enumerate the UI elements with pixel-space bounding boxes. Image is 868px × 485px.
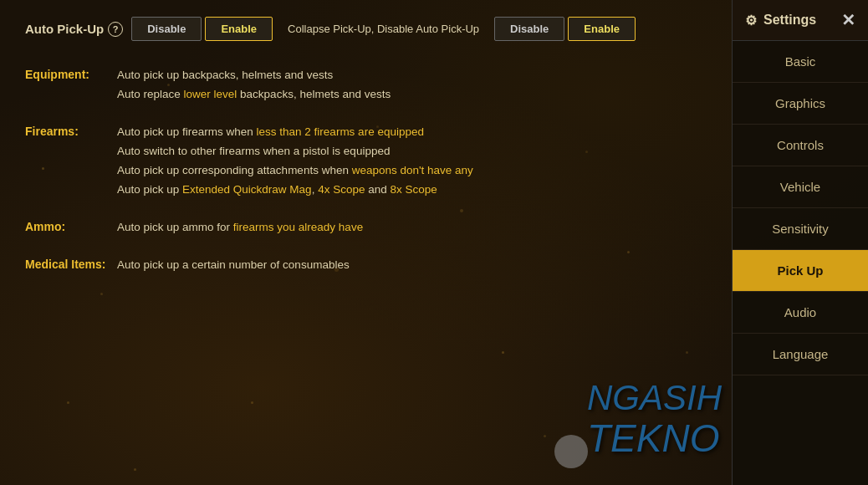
sidebar: ⚙ Settings ✕ Basic Graphics Controls Veh… — [732, 0, 868, 485]
firearms-content: Auto pick up firearms when less than 2 f… — [117, 123, 707, 200]
auto-pickup-toggle: Disable Enable — [131, 17, 273, 41]
main-content: Auto Pick-Up ? Disable Enable Collapse P… — [0, 0, 732, 485]
equipment-line2: Auto replace lower level backpacks, helm… — [117, 85, 707, 105]
sidebar-item-sensitivity[interactable]: Sensitivity — [733, 208, 868, 250]
ammo-section: Ammo: Auto pick up ammo for firearms you… — [25, 218, 707, 237]
sidebar-header: ⚙ Settings ✕ — [733, 0, 868, 41]
collapse-enable-btn[interactable]: Enable — [568, 17, 636, 41]
auto-pickup-enable-btn[interactable]: Enable — [205, 17, 273, 41]
equipment-line1: Auto pick up backpacks, helmets and vest… — [117, 66, 707, 85]
sidebar-item-controls[interactable]: Controls — [733, 125, 868, 166]
medical-content: Auto pick up a certain number of consuma… — [117, 256, 707, 275]
sidebar-title-text: Settings — [763, 13, 816, 28]
medical-label: Medical Items: — [25, 256, 117, 275]
auto-pickup-text: Auto Pick-Up — [25, 22, 104, 36]
sidebar-item-audio[interactable]: Audio — [733, 292, 868, 334]
sidebar-item-language[interactable]: Language — [733, 334, 868, 375]
firearms-label: Firearms: — [25, 123, 117, 200]
topbar: Auto Pick-Up ? Disable Enable Collapse P… — [25, 17, 707, 41]
gear-icon: ⚙ — [745, 13, 757, 28]
auto-pickup-disable-btn[interactable]: Disable — [131, 17, 202, 41]
collapse-label: Collapse Pick-Up, Disable Auto Pick-Up — [281, 23, 486, 35]
ammo-content: Auto pick up ammo for firearms you alrea… — [117, 218, 707, 237]
medical-text: Auto pick up a certain number of consuma… — [117, 258, 350, 271]
sidebar-item-graphics[interactable]: Graphics — [733, 83, 868, 125]
auto-pickup-label: Auto Pick-Up ? — [25, 22, 123, 37]
firearms-line1: Auto pick up firearms when less than 2 f… — [117, 123, 707, 142]
sidebar-item-basic[interactable]: Basic — [733, 41, 868, 83]
collapse-toggle: Disable Enable — [494, 17, 636, 41]
ammo-line1: Auto pick up ammo for firearms you alrea… — [117, 218, 707, 237]
firearms-line3: Auto pick up corresponding attachments w… — [117, 161, 707, 181]
sidebar-title: ⚙ Settings — [745, 13, 816, 28]
firearms-section: Firearms: Auto pick up firearms when les… — [25, 123, 707, 200]
medical-section: Medical Items: Auto pick up a certain nu… — [25, 256, 707, 275]
firearms-line2: Auto switch to other firearms when a pis… — [117, 142, 707, 161]
ammo-label: Ammo: — [25, 218, 117, 237]
sidebar-item-vehicle[interactable]: Vehicle — [733, 166, 868, 208]
help-icon[interactable]: ? — [108, 22, 123, 37]
equipment-section: Equipment: Auto pick up backpacks, helme… — [25, 66, 707, 105]
collapse-disable-btn[interactable]: Disable — [494, 17, 564, 41]
close-button[interactable]: ✕ — [841, 10, 855, 30]
firearms-line4: Auto pick up Extended Quickdraw Mag, 4x … — [117, 181, 707, 200]
equipment-content: Auto pick up backpacks, helmets and vest… — [117, 66, 707, 105]
sidebar-item-pickup[interactable]: Pick Up — [733, 250, 868, 292]
equipment-label: Equipment: — [25, 66, 117, 105]
